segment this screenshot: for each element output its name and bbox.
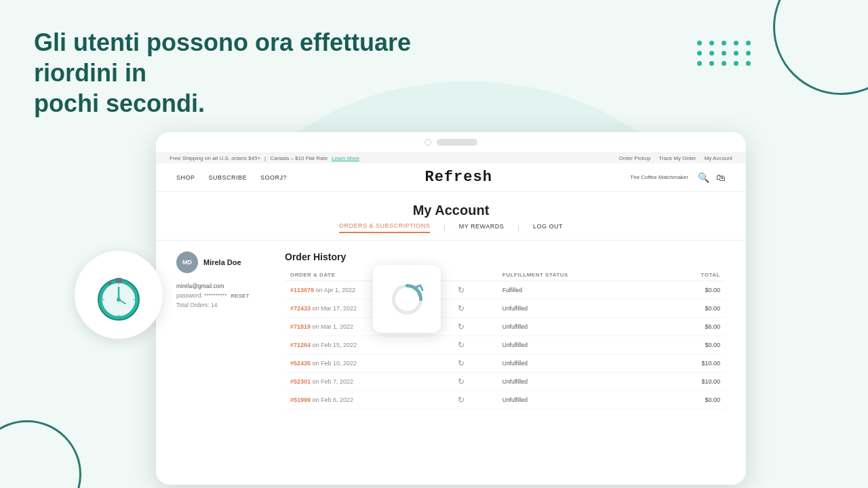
decorative-circle-top-right xyxy=(773,0,868,95)
banner-learn-more-link[interactable]: Learn More xyxy=(332,155,359,161)
tablet-mockup: Free Shipping on all U.S. orders $45+ | … xyxy=(156,132,746,485)
reorder-cell: ↻ xyxy=(450,336,496,354)
order-table-header: ORDER & DATE FULFILLMENT STATUS TOTAL xyxy=(285,269,726,281)
reorder-icon[interactable]: ↻ xyxy=(456,285,467,296)
reorder-icon[interactable]: ↻ xyxy=(456,303,467,314)
order-link[interactable]: #51999 xyxy=(290,396,311,403)
fulfillment-status: Unfulfilled xyxy=(497,373,661,391)
cart-icon[interactable]: 🛍 xyxy=(716,172,726,183)
hero-heading: Gli utenti possono ora effettuare riordi… xyxy=(34,27,441,119)
banner-track-order[interactable]: Track My Order xyxy=(658,155,696,161)
banner-my-account[interactable]: My Account xyxy=(705,155,732,161)
banner-order-pickup[interactable]: Order Pickup xyxy=(619,155,651,161)
hero-text-block: Gli utenti possono ora effettuare riordi… xyxy=(34,27,441,119)
order-link[interactable]: #52435 xyxy=(290,360,311,367)
order-date: on Feb 7, 2022 xyxy=(313,378,354,385)
order-link[interactable]: #113079 xyxy=(290,287,314,293)
banner-sep: | xyxy=(264,155,266,161)
order-id-date: #52301 on Feb 7, 2022 xyxy=(285,373,450,391)
user-password-row: password: ********** RESET xyxy=(176,292,285,299)
password-value: ********** xyxy=(204,292,226,299)
order-total: $0.00 xyxy=(661,281,726,300)
table-row: #71264 on Feb 15, 2022 ↻ Unfulfilled $0.… xyxy=(285,336,726,354)
tab-log-out[interactable]: LOG OUT xyxy=(533,223,563,232)
reorder-spinner-icon xyxy=(389,281,426,318)
order-link[interactable]: #71264 xyxy=(290,342,311,348)
search-icon[interactable]: 🔍 xyxy=(698,172,709,183)
order-link[interactable]: #71819 xyxy=(290,323,311,330)
reorder-cell: ↻ xyxy=(450,373,496,391)
table-row: #52435 on Feb 10, 2022 ↻ Unfulfilled $10… xyxy=(285,354,726,373)
tab-divider-1: | xyxy=(443,224,446,232)
site-banner: Free Shipping on all U.S. orders $45+ | … xyxy=(156,153,746,163)
reorder-cell: ↻ xyxy=(450,391,496,409)
website-content: Free Shipping on all U.S. orders $45+ | … xyxy=(156,153,746,481)
fulfillment-status: Unfulfilled xyxy=(497,300,661,318)
dot-grid-decoration xyxy=(697,41,753,66)
order-history-section: Order History ORDER & DATE xyxy=(285,251,726,409)
order-total: $10.00 xyxy=(661,354,726,373)
reorder-icon[interactable]: ↻ xyxy=(456,358,467,369)
site-nav: SHOP SUBSCRIBE SOORJ? Refresh The Coffee… xyxy=(156,163,746,192)
order-id-date: #52435 on Feb 10, 2022 xyxy=(285,354,450,373)
reorder-cell: ↻ xyxy=(450,354,496,373)
total-orders: Total Orders: 14 xyxy=(176,302,285,308)
table-row: #71819 on Mar 1, 2022 ↻ Unfulfilled $6.0… xyxy=(285,318,726,336)
reorder-overlay xyxy=(373,265,441,333)
fulfillment-status: Unfulfilled xyxy=(497,354,661,373)
fulfillment-status: Unfulfilled xyxy=(497,391,661,409)
banner-right: Order Pickup Track My Order My Account xyxy=(619,155,732,161)
order-table-body: #113079 on Apr 1, 2022 ↻ Fulfilled $0.00… xyxy=(285,281,726,409)
table-row: #72433 on Mar 17, 2022 ↻ Unfulfilled $0.… xyxy=(285,300,726,318)
reorder-icon[interactable]: ↻ xyxy=(456,340,467,350)
nav-shop-link[interactable]: SHOP xyxy=(176,174,195,181)
table-row: #51999 on Feb 6, 2022 ↻ Unfulfilled $0.0… xyxy=(285,391,726,409)
reset-password-link[interactable]: RESET xyxy=(231,293,250,299)
order-history-title: Order History xyxy=(285,251,726,262)
main-layout: MD Mirela Doe mirela@gmail.com password:… xyxy=(156,241,746,420)
page-title: My Account xyxy=(156,192,746,222)
col-total: TOTAL xyxy=(661,269,726,281)
nav-tagline: The Coffee Matchmaker xyxy=(630,174,688,180)
fulfillment-status: Unfulfilled xyxy=(497,318,661,336)
nav-right: The Coffee Matchmaker 🔍 🛍 xyxy=(630,172,726,183)
account-tabs: ORDERS & SUBSCRIPTIONS | MY REWARDS | LO… xyxy=(156,222,746,241)
reorder-icon[interactable]: ↻ xyxy=(456,376,467,387)
reorder-icon[interactable]: ↻ xyxy=(456,394,467,405)
order-link[interactable]: #72433 xyxy=(290,305,311,312)
decorative-circle-bottom-left xyxy=(0,420,81,488)
reorder-cell: ↻ xyxy=(450,318,496,336)
stopwatch-decoration xyxy=(75,251,163,339)
order-total: $6.00 xyxy=(661,318,726,336)
order-date: on Mar 17, 2022 xyxy=(313,305,357,312)
order-link[interactable]: #52301 xyxy=(290,378,311,385)
tab-my-rewards[interactable]: MY REWARDS xyxy=(459,223,505,232)
stopwatch-icon xyxy=(88,264,149,325)
page-content: My Account ORDERS & SUBSCRIPTIONS | MY R… xyxy=(156,192,746,420)
order-date: on Apr 1, 2022 xyxy=(316,287,356,293)
reorder-icon[interactable]: ↻ xyxy=(456,321,467,332)
reorder-cell: ↻ xyxy=(450,300,496,318)
col-fulfillment: FULFILLMENT STATUS xyxy=(497,269,661,281)
nav-subscribe-link[interactable]: SUBSCRIBE xyxy=(209,174,248,181)
order-date: on Mar 1, 2022 xyxy=(313,323,354,330)
total-orders-value: 14 xyxy=(211,302,217,308)
password-label: password: xyxy=(176,292,203,299)
reorder-cell: ↻ xyxy=(450,281,496,300)
sidebar: MD Mirela Doe mirela@gmail.com password:… xyxy=(176,251,285,409)
order-total: $0.00 xyxy=(661,300,726,318)
tab-orders-subscriptions[interactable]: ORDERS & SUBSCRIPTIONS xyxy=(339,222,430,233)
user-email: mirela@gmail.com xyxy=(176,283,285,289)
order-id-date: #71264 on Feb 15, 2022 xyxy=(285,336,450,354)
tablet-top-bar xyxy=(156,132,746,153)
order-total: $10.00 xyxy=(661,373,726,391)
banner-shipping-text: Free Shipping on all U.S. orders $45+ xyxy=(170,155,260,161)
nav-soorj-link[interactable]: SOORJ? xyxy=(260,174,287,181)
site-logo[interactable]: Refresh xyxy=(425,169,492,186)
user-avatar-row: MD Mirela Doe xyxy=(176,251,285,273)
nav-left-links: SHOP SUBSCRIBE SOORJ? xyxy=(176,174,287,181)
table-row: #113079 on Apr 1, 2022 ↻ Fulfilled $0.00 xyxy=(285,281,726,300)
tab-divider-2: | xyxy=(517,224,519,232)
table-row: #52301 on Feb 7, 2022 ↻ Unfulfilled $10.… xyxy=(285,373,726,391)
order-date: on Feb 6, 2022 xyxy=(313,396,354,403)
